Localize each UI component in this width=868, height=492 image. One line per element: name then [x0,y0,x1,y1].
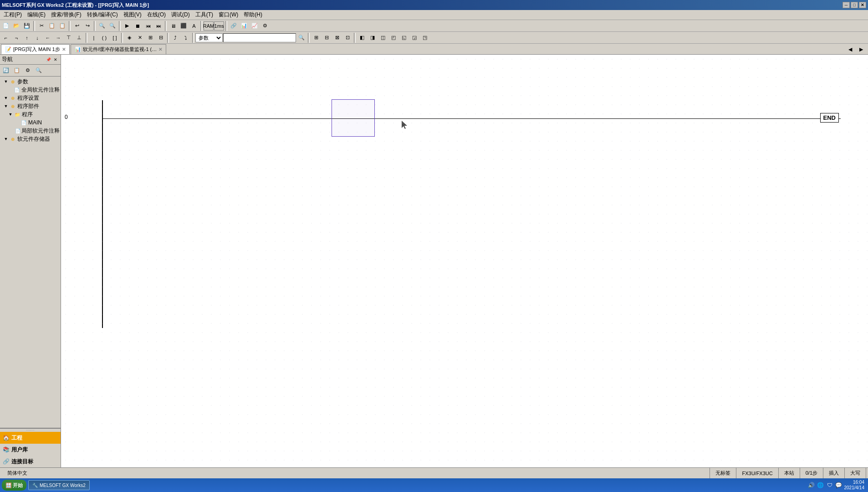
start-button[interactable]: 🪟 开始 [2,480,26,491]
ladder-btn-9[interactable]: | [89,33,99,43]
tb-icon-4[interactable]: 🔗 [229,21,239,31]
menu-tools[interactable]: 工具(T) [193,10,216,20]
tree-item-program[interactable]: ▼ 📁 程序 [1,110,60,118]
taskbar-icon-sound[interactable]: 🔊 [808,482,815,489]
tb-icon-1[interactable]: 🖥 [168,21,178,31]
menu-convert[interactable]: 转换/编译(C) [84,10,121,20]
ladder-extra-3[interactable]: ◫ [378,33,388,43]
ladder-btn-5[interactable]: ← [43,33,53,43]
param-dropdown[interactable]: 参数 [195,33,223,42]
ladder-btn-8[interactable]: ⊥ [74,33,84,43]
tb-btn-6[interactable]: ⏹ [133,21,143,31]
menu-project[interactable]: 工程(P) [1,10,25,20]
taskbar-app-gxworks[interactable]: 🔧 MELSOFT GX Works2 [28,480,90,490]
ladder-btn-6[interactable]: → [53,33,63,43]
menu-help[interactable]: 帮助(H) [241,10,265,20]
ladder-btn-12[interactable]: ◈ [124,33,134,43]
tree-item-prog-parts[interactable]: ▼ ⊕ 程序部件 [1,102,60,110]
ladder-btn-13[interactable]: ✕ [135,33,145,43]
ladder-view-btn-2[interactable]: ⊟ [322,33,332,43]
ladder-extra-1[interactable]: ◧ [357,33,367,43]
ram-button[interactable]: RAM [204,21,214,31]
ladder-btn-3[interactable]: ↑ [22,33,32,43]
sidebar-close-btn[interactable]: ✕ [52,56,59,63]
tb-btn-8[interactable]: ⏭ [153,21,163,31]
tree-item-global-comment[interactable]: 📄 全局软元件注释 [1,86,60,94]
undo-button[interactable]: ↩ [72,21,82,31]
menu-window[interactable]: 窗口(W) [216,10,241,20]
tree-item-prog-settings[interactable]: ▼ ⊕ 程序设置 [1,94,60,102]
ladder-btn-17[interactable]: ⤵ [181,33,191,43]
sidebar-btn-4[interactable]: 🔍 [34,66,44,76]
taskbar-icon-msg[interactable]: 💬 [835,482,842,489]
sidebar-btn-3[interactable]: ⚙ [23,66,33,76]
tab-nav-right-btn[interactable]: ▶ [856,44,866,54]
replace-button[interactable]: 🔍 [107,21,117,31]
editor-area[interactable]: 0 END [61,55,868,467]
userlib-icon: 📚 [3,446,10,453]
tb-icon-6[interactable]: 📈 [250,21,260,31]
taskbar-icon-network[interactable]: 🌐 [817,482,824,489]
minimize-button[interactable]: ─ [842,2,850,8]
sidebar-pin-btn[interactable]: 📌 [45,56,51,63]
ladder-btn-15[interactable]: ⊟ [156,33,166,43]
sidebar-resize[interactable]: ········ [0,428,61,432]
status-size: 大写 [845,468,866,478]
tab-monitor[interactable]: 📊 软元件/缓冲存储器批量监视-1 (… ✕ [71,44,167,54]
ladder-btn-14[interactable]: ⊞ [145,33,155,43]
ladder-view-btn-4[interactable]: ⊡ [342,33,352,43]
tb-btn-5[interactable]: ▶ [122,21,132,31]
ladder-btn-1[interactable]: ⌐ [1,33,11,43]
tree-item-main[interactable]: 📄 MAIN [1,118,60,127]
tb-icon-5[interactable]: 📊 [239,21,249,31]
close-button[interactable]: ✕ [859,2,866,8]
tree-item-params[interactable]: ▼ ⊕ 参数 [1,77,60,86]
ladder-btn-4[interactable]: ↓ [32,33,42,43]
tree-item-local-comment[interactable]: 📄 局部软元件注释 [1,127,60,135]
menu-edit[interactable]: 编辑(E) [25,10,48,20]
param-search-btn[interactable]: 🔍 [296,33,306,43]
tb-icon-3[interactable]: A [189,21,199,31]
copy-button[interactable]: 📋 [47,21,57,31]
tab-monitor-close[interactable]: ✕ [158,47,162,52]
tree-item-device-memory[interactable]: ▼ ⊕ 软元件存储器 [1,135,60,143]
sidebar-btn-2[interactable]: 📋 [12,66,22,76]
menu-search[interactable]: 搜索/替换(F) [48,10,84,20]
ladder-btn-7[interactable]: ⊤ [64,33,74,43]
tb-icon-2[interactable]: ⬛ [179,21,189,31]
ladder-view-btn-1[interactable]: ⊞ [311,33,321,43]
ladder-extra-2[interactable]: ◨ [368,33,378,43]
ladder-view-btn-3[interactable]: ⊠ [332,33,342,43]
ladder-extra-5[interactable]: ◱ [399,33,409,43]
maximize-button[interactable]: □ [851,2,858,8]
sidebar-btn-1[interactable]: 🔄 [1,66,11,76]
redo-button[interactable]: ↪ [82,21,92,31]
tab-main[interactable]: 📝 [PRG]写入 MAIN 1步 ✕ [1,44,70,54]
ladder-extra-4[interactable]: ◰ [388,33,398,43]
menu-online[interactable]: 在线(O) [144,10,168,20]
taskbar-icon-shield[interactable]: 🛡 [826,482,833,489]
menu-debug[interactable]: 调试(D) [168,10,193,20]
sidebar-btn-userlib[interactable]: 📚 用户库 [0,444,61,456]
paste-button[interactable]: 📋 [57,21,67,31]
open-button[interactable]: 📂 [11,21,21,31]
param-input[interactable] [223,33,296,42]
scan-button[interactable]: 1ms [214,21,224,31]
tb-icon-7[interactable]: ⚙ [260,21,270,31]
tab-main-close[interactable]: ✕ [62,47,66,52]
ladder-btn-2[interactable]: ¬ [11,33,21,43]
sidebar-btn-connection[interactable]: 🔗 连接目标 [0,456,61,467]
sidebar-btn-project[interactable]: 🏠 工程 [0,432,61,444]
ladder-extra-7[interactable]: ◳ [420,33,430,43]
tab-nav-left-btn[interactable]: ◀ [845,44,855,54]
ladder-extra-6[interactable]: ◲ [409,33,419,43]
menu-view[interactable]: 视图(V) [121,10,144,20]
ladder-btn-16[interactable]: ⤴ [170,33,180,43]
tb-btn-7[interactable]: ⏮ [143,21,153,31]
ladder-btn-10[interactable]: ( ) [99,33,109,43]
find-button[interactable]: 🔍 [97,21,107,31]
save-button[interactable]: 💾 [22,21,32,31]
new-button[interactable]: 📄 [1,21,11,31]
cut-button[interactable]: ✂ [36,21,46,31]
ladder-btn-11[interactable]: [ ] [110,33,120,43]
